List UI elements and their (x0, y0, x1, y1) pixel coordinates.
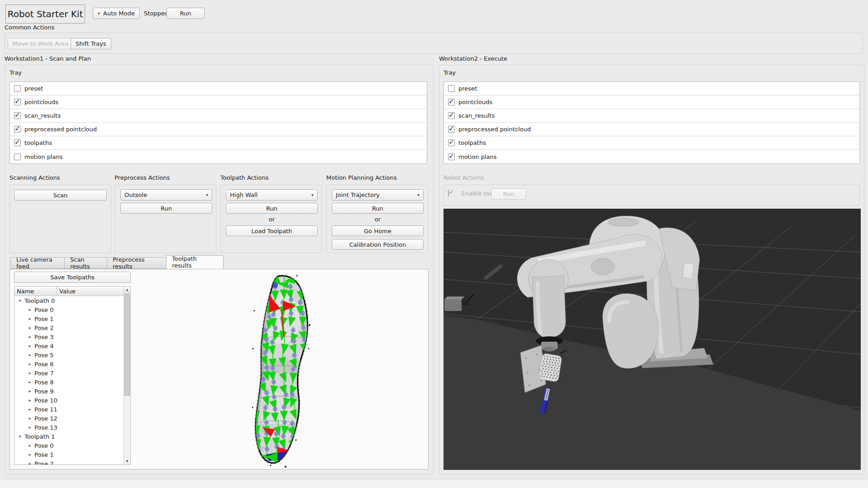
tree-scrollbar[interactable]: ▲ ▼ (124, 287, 130, 464)
tray-item-row[interactable]: ✓toolpaths (444, 136, 859, 150)
tree-row[interactable]: ▸Pose 5 (14, 350, 124, 359)
checkbox[interactable]: ✓ (448, 153, 455, 160)
tray-item-row[interactable]: ✓toolpaths (10, 136, 427, 150)
tree-collapsed-icon[interactable]: ▸ (27, 325, 33, 330)
tab-live-camera-feed[interactable]: Live camera feed (10, 257, 65, 269)
tree-collapsed-icon[interactable]: ▸ (27, 425, 33, 430)
motion-combo[interactable]: Joint Trajectory ▾ (332, 189, 424, 201)
scroll-down-icon[interactable]: ▼ (124, 458, 130, 464)
tree-row[interactable]: ▸Pose 1 (14, 450, 124, 459)
checkbox[interactable]: ✓ (14, 139, 21, 146)
tree-row[interactable]: ▸Pose 6 (14, 359, 124, 368)
tray-item-row[interactable]: ✓preset (444, 82, 859, 96)
preprocess-run-button[interactable]: Run (120, 203, 212, 214)
tree-collapsed-icon[interactable]: ▸ (27, 344, 33, 348)
tree-collapsed-icon[interactable]: ▸ (27, 398, 33, 402)
save-toolpaths-button[interactable]: Save Toolpaths (14, 272, 131, 283)
tree-row[interactable]: ▾Toolpath 1 (14, 432, 124, 441)
motion-run-button[interactable]: Run (332, 203, 424, 214)
toolpath-tree[interactable]: Name Value ▾Toolpath 0▸Pose 0▸Pose 1▸Pos… (14, 286, 131, 465)
tree-row[interactable]: ▸Pose 9 (14, 387, 124, 396)
auto-mode-button[interactable]: ▾ Auto Mode (93, 8, 140, 19)
toolpath-visualization[interactable]: 302 60 (243, 272, 320, 469)
tray-item-row[interactable]: ✓preprocessed pointcloud (10, 123, 427, 136)
tray-item-row[interactable]: ✓preprocessed pointcloud (444, 123, 859, 136)
tree-row[interactable]: ▾Toolpath 0 (14, 296, 124, 305)
toolpath-combo[interactable]: High Wall ▾ (226, 189, 318, 201)
tab-scan-results[interactable]: Scan results (64, 257, 107, 269)
tree-row[interactable]: ▸Pose 7 (14, 368, 124, 378)
checkbox[interactable]: ✓ (448, 85, 455, 92)
tree-collapsed-icon[interactable]: ▸ (27, 316, 33, 321)
tree-row[interactable]: ▸Pose 12 (14, 414, 124, 423)
tree-row[interactable]: ▸Pose 2 (14, 323, 124, 332)
scroll-up-icon[interactable]: ▲ (124, 287, 130, 293)
tree-row-label: Pose 4 (34, 343, 54, 349)
tree-collapsed-icon[interactable]: ▸ (27, 353, 33, 357)
tree-collapsed-icon[interactable]: ▸ (27, 407, 33, 411)
tray-item-row[interactable]: ✓preset (10, 82, 427, 96)
tray-item-row[interactable]: ✓scan_results (10, 109, 427, 123)
tree-collapsed-icon[interactable]: ▸ (27, 307, 33, 312)
tray-item-row[interactable]: ✓motion plans (444, 150, 859, 163)
shift-trays-button[interactable]: Shift Trays (71, 38, 111, 49)
top-run-button[interactable]: Run (167, 8, 205, 19)
scrollbar-thumb[interactable] (124, 294, 130, 396)
toolpath-or-label: or (226, 216, 318, 223)
tray-item-row[interactable]: ✓scan_results (444, 109, 859, 123)
tree-row[interactable]: ▸Pose 13 (14, 423, 124, 432)
checkbox[interactable]: ✓ (14, 112, 21, 119)
tree-header-value[interactable]: Value (57, 287, 130, 296)
tree-collapsed-icon[interactable]: ▸ (27, 371, 33, 375)
checkbox[interactable]: ✓ (448, 99, 455, 105)
checkbox[interactable]: ✓ (14, 126, 21, 133)
tree-collapsed-icon[interactable]: ▸ (27, 362, 33, 366)
move-to-work-area-button[interactable]: Move to Work Area (8, 38, 73, 49)
tree-collapsed-icon[interactable]: ▸ (27, 461, 33, 464)
tree-row[interactable]: ▸Pose 3 (14, 332, 124, 341)
checkbox[interactable]: ✓ (14, 85, 21, 92)
check-icon: ✓ (448, 188, 454, 196)
load-toolpath-button[interactable]: Load Toolpath (226, 225, 318, 236)
tab-toolpath-results[interactable]: Toolpath results (166, 255, 224, 269)
tree-expanded-icon[interactable]: ▾ (17, 298, 23, 303)
tree-row[interactable]: ▸Pose 8 (14, 378, 124, 387)
tree-row[interactable]: ▸Pose 1 (14, 314, 124, 323)
tray-item-row[interactable]: ✓pointclouds (10, 96, 427, 109)
scan-button[interactable]: Scan (14, 190, 107, 201)
tree-expanded-icon[interactable]: ▾ (17, 434, 23, 439)
tree-collapsed-icon[interactable]: ▸ (27, 389, 33, 393)
checkbox[interactable]: ✓ (448, 112, 455, 119)
robot-run-button[interactable]: Run (491, 188, 526, 200)
tray-item-row[interactable]: ✓pointclouds (444, 96, 859, 109)
checkbox[interactable]: ✓ (448, 139, 455, 146)
check-icon: ✓ (14, 111, 20, 119)
tree-row[interactable]: ▸Pose 0 (14, 305, 124, 314)
tree-row[interactable]: ▸Pose 2 (14, 459, 124, 464)
tree-collapsed-icon[interactable]: ▸ (27, 380, 33, 384)
tree-collapsed-icon[interactable]: ▸ (27, 416, 33, 421)
preprocess-combo[interactable]: Outsole ▾ (120, 189, 212, 201)
tree-collapsed-icon[interactable]: ▸ (27, 443, 33, 448)
calibration-position-button[interactable]: Calibration Position (332, 239, 424, 250)
tree-row[interactable]: ▸Pose 10 (14, 396, 124, 405)
enable-tool-checkbox[interactable]: ✓ (448, 189, 449, 197)
toolpath-combo-value: High Wall (230, 191, 258, 198)
toolpath-run-button[interactable]: Run (226, 203, 318, 214)
tree-row[interactable]: ▸Pose 4 (14, 341, 124, 350)
go-home-button[interactable]: Go Home (332, 225, 424, 236)
motion-or-label: or (332, 216, 424, 223)
3d-viewport[interactable] (444, 209, 861, 470)
checkbox[interactable]: ✓ (14, 99, 21, 105)
checkbox[interactable]: ✓ (448, 126, 455, 133)
tray-item-row[interactable]: ✓motion plans (10, 150, 427, 163)
tree-header-name[interactable]: Name (14, 287, 57, 296)
tree-collapsed-icon[interactable]: ▸ (27, 335, 33, 339)
chevron-down-icon: ▾ (206, 192, 208, 197)
tree-collapsed-icon[interactable]: ▸ (27, 452, 33, 457)
checkbox[interactable]: ✓ (14, 153, 21, 160)
tree-row-label: Pose 3 (34, 334, 54, 340)
tab-preprocess-results[interactable]: Preprocess results (107, 257, 167, 269)
tree-row[interactable]: ▸Pose 11 (14, 405, 124, 414)
tree-row[interactable]: ▸Pose 0 (14, 441, 124, 450)
